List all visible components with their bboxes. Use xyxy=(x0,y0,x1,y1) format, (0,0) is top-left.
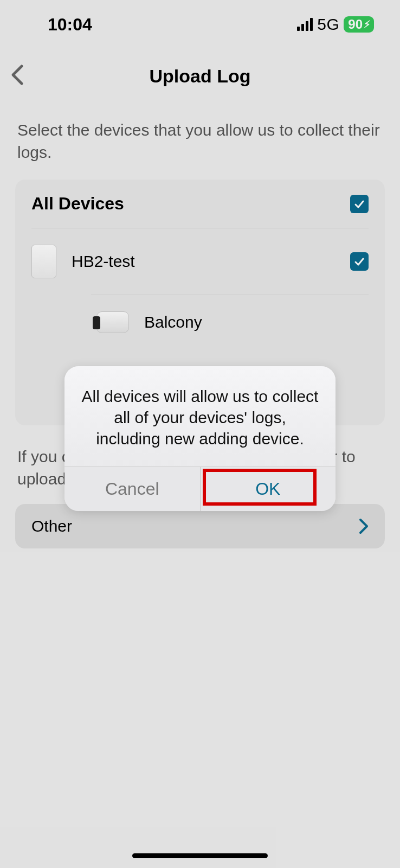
alert-message: All devices will allow us to collect all… xyxy=(64,366,336,467)
cancel-button[interactable]: Cancel xyxy=(64,467,201,511)
alert-buttons: Cancel OK xyxy=(64,467,336,511)
ok-button[interactable]: OK xyxy=(201,467,336,511)
alert-dialog: All devices will allow us to collect all… xyxy=(64,366,336,511)
home-indicator xyxy=(132,853,268,858)
